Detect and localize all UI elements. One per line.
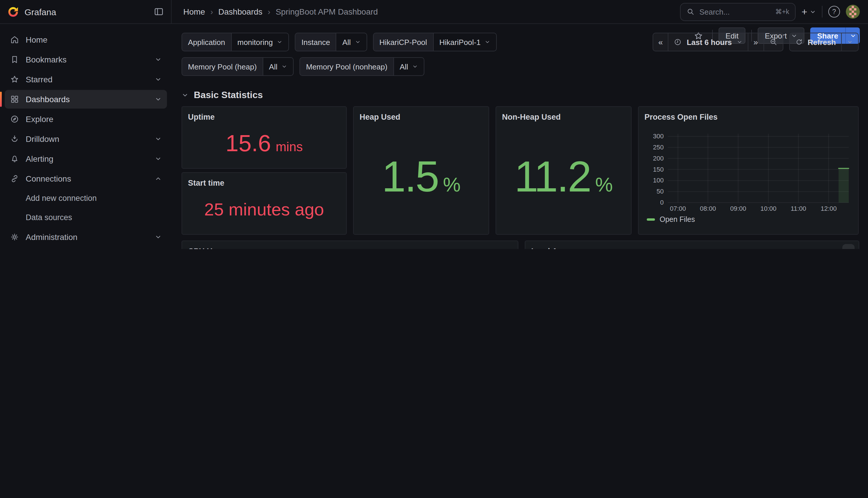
sidebar-item-explore[interactable]: Explore: [5, 110, 167, 129]
stat-value: 15.6: [226, 130, 271, 156]
chevron-down-icon: [485, 39, 491, 45]
panel-title[interactable]: Non-Heap Used: [502, 112, 625, 123]
active-accent-bar: [0, 92, 2, 107]
svg-text:11:00: 11:00: [791, 205, 806, 212]
dashboards-grid-icon: [10, 95, 19, 104]
zoom-out-icon: [769, 38, 777, 46]
sidebar-item-add-new-connection[interactable]: Add new connection: [5, 189, 167, 207]
search-input[interactable]: Search... ⌘+k: [680, 3, 796, 21]
bell-icon: [10, 154, 19, 163]
stat-unit: mins: [276, 140, 303, 155]
breadcrumb-home[interactable]: Home: [183, 7, 205, 16]
breadcrumb-dashboards[interactable]: Dashboards: [218, 7, 263, 16]
search-placeholder: Search...: [699, 7, 771, 16]
stat-value: 25 minutes ago: [204, 199, 324, 219]
panel-title[interactable]: CPU Usage: [188, 246, 512, 249]
sidebar-item-alerting[interactable]: Alerting: [5, 149, 167, 168]
compass-icon: [10, 115, 19, 124]
bookmark-icon: [10, 55, 19, 64]
sidebar-item-starred[interactable]: Starred: [5, 70, 167, 89]
panel-title[interactable]: Load Average: [531, 246, 853, 249]
stat-value: 1.5: [382, 152, 438, 201]
refresh-group: Refresh: [789, 33, 859, 51]
variable-application[interactable]: Application monitoring: [182, 33, 289, 51]
svg-text:10:00: 10:00: [760, 205, 776, 212]
legend-open-files[interactable]: Open Files: [647, 215, 852, 224]
section-basic-statistics[interactable]: Basic Statistics: [182, 90, 859, 101]
stat-unit: %: [595, 173, 613, 196]
chevron-down-icon: [810, 9, 816, 15]
panel-title[interactable]: Heap Used: [360, 112, 483, 123]
time-controls: « Last 6 hours » Refresh: [652, 33, 859, 51]
filter-row-1: Application monitoring Instance All Hika…: [182, 33, 859, 51]
breadcrumb-separator: ›: [211, 7, 213, 16]
sidebar-toggle-icon[interactable]: [153, 6, 164, 17]
nav-brand-area: Grafana: [0, 0, 172, 23]
time-shift-back-button[interactable]: «: [653, 33, 668, 51]
panel-title[interactable]: Process Open Files: [644, 112, 852, 123]
uptime-stat: 15.6 mins: [226, 130, 303, 156]
chevron-down-icon: [182, 92, 189, 99]
help-icon[interactable]: ?: [828, 6, 840, 17]
variable-memory-pool-heap[interactable]: Memory Pool (heap) All: [182, 57, 294, 76]
sidebar-item-bookmarks[interactable]: Bookmarks: [5, 50, 167, 69]
variable-instance[interactable]: Instance All: [295, 33, 367, 51]
add-new-button[interactable]: +: [801, 7, 816, 17]
avatar[interactable]: [846, 5, 860, 19]
svg-text:08:00: 08:00: [700, 205, 716, 212]
chevron-down-icon: [155, 135, 162, 142]
panel-load-average: ⋮ Load Average 246807:0008:0009:0010:001…: [525, 240, 859, 249]
gear-icon: [10, 232, 19, 242]
chevron-down-icon: [412, 64, 418, 69]
svg-text:50: 50: [657, 188, 664, 195]
heap-stat: 1.5 %: [382, 152, 460, 201]
time-shift-forward-button[interactable]: »: [748, 33, 763, 51]
cpu-load-row: CPU Usage 00.050.10.150.207:0008:0009:00…: [182, 240, 859, 249]
sidebar-item-dashboards[interactable]: Dashboards: [5, 90, 167, 108]
panel-title[interactable]: Start time: [188, 178, 340, 189]
sidebar-item-home[interactable]: Home: [5, 30, 167, 49]
search-icon: [686, 8, 695, 16]
grafana-app: Grafana Home › Dashboards › SpringBoot A…: [0, 0, 868, 249]
series-swatch: [647, 218, 655, 221]
drilldown-icon: [10, 134, 19, 144]
grafana-logo-icon[interactable]: [7, 5, 19, 18]
zoom-out-button[interactable]: [763, 33, 783, 51]
sidebar-item-administration[interactable]: Administration: [5, 228, 167, 246]
panel-cpu-usage: CPU Usage 00.050.10.150.207:0008:0009:00…: [182, 240, 518, 249]
svg-text:250: 250: [653, 144, 664, 151]
time-range-group: « Last 6 hours »: [652, 33, 783, 51]
svg-text:200: 200: [653, 155, 664, 162]
filter-row-2: Memory Pool (heap) All Memory Pool (nonh…: [182, 57, 859, 76]
svg-text:300: 300: [653, 132, 664, 140]
panel-uptime: Uptime 15.6 mins: [182, 106, 347, 169]
panel-nonheap-used: Non-Heap Used 11.2 %: [496, 106, 631, 235]
sidebar-item-data-sources[interactable]: Data sources: [5, 208, 167, 226]
open-files-chart[interactable]: 05010015020025030007:0008:0009:0010:0011…: [644, 131, 852, 213]
link-icon: [10, 174, 19, 183]
refresh-interval-dropdown[interactable]: [841, 33, 858, 51]
variable-memory-pool-nonheap[interactable]: Memory Pool (nonheap) All: [299, 57, 424, 76]
time-range-picker[interactable]: Last 6 hours: [668, 33, 748, 51]
sidebar: Home Bookmarks Starred Dashboards Explor…: [0, 24, 172, 249]
brand-title: Grafana: [25, 7, 56, 17]
sidebar-item-connections[interactable]: Connections: [5, 169, 167, 188]
panel-menu-icon[interactable]: ⋮: [842, 244, 855, 249]
nonheap-stat: 11.2 %: [514, 152, 613, 201]
panel-heap-used: Heap Used 1.5 %: [353, 106, 489, 235]
sidebar-item-drilldown[interactable]: Drilldown: [5, 130, 167, 148]
refresh-icon: [795, 38, 803, 46]
chevron-down-icon: [155, 155, 162, 162]
variable-hikaricp-pool[interactable]: HikariCP-Pool HikariPool-1: [373, 33, 497, 51]
plus-icon: +: [801, 7, 807, 17]
stat-value: 11.2: [514, 152, 590, 201]
home-icon: [10, 35, 19, 44]
svg-text:0: 0: [660, 199, 664, 206]
refresh-button[interactable]: Refresh: [789, 33, 841, 51]
nav-actions: Search... ⌘+k + ?: [680, 3, 868, 21]
chevron-down-icon: [155, 76, 162, 83]
stat-unit: %: [443, 173, 460, 196]
clock-icon: [674, 38, 682, 46]
panel-title[interactable]: Uptime: [188, 112, 340, 123]
chevron-down-icon: [277, 39, 283, 45]
